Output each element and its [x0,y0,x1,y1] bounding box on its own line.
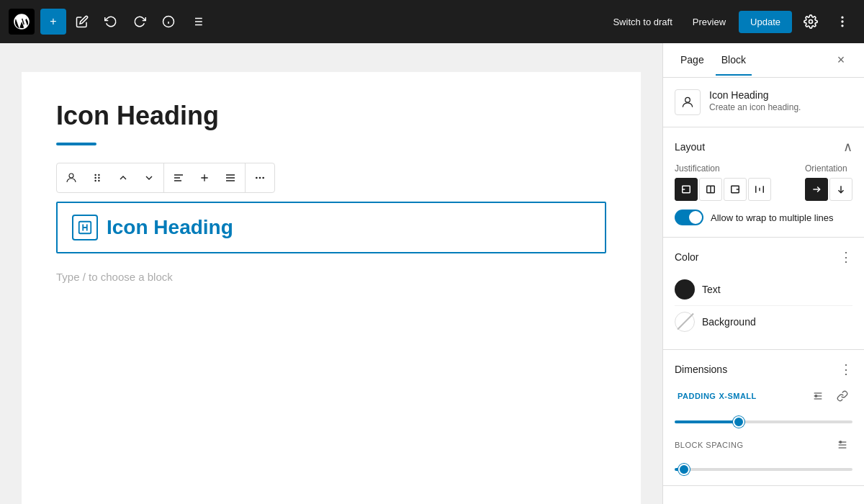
orientation-label: Orientation [805,163,852,174]
text-color-swatch [675,279,695,300]
color-text-option[interactable]: Text [675,274,852,306]
block-spacing-slider-container [675,461,852,474]
svg-point-16 [94,180,96,181]
orientation-group: Orientation [805,163,852,201]
switch-draft-button[interactable]: Switch to draft [606,12,679,32]
toggle-knob [689,211,702,224]
toolbar-add-button[interactable] [192,165,217,191]
padding-controls [808,386,852,406]
icon-heading-block[interactable]: Icon Heading [56,202,606,253]
justification-group: Justification [675,163,771,201]
block-info-title: Icon Heading [709,89,801,101]
block-spacing-slider[interactable] [675,468,852,471]
page-title: Icon Heading [56,101,606,131]
padding-label: PADDINGX-SMALL [675,392,757,400]
justify-space-between-button[interactable] [748,178,771,201]
dimensions-header: Dimensions ⋮ [675,361,852,377]
toolbar-group-block [57,163,164,192]
svg-point-50 [840,441,842,444]
layout-section-header[interactable]: Layout ∧ [675,139,852,155]
placeholder-text[interactable]: Type / to choose a block [56,271,606,283]
svg-point-28 [256,177,258,179]
layout-section-title: Layout [675,141,705,153]
dimensions-title: Dimensions [675,364,727,375]
add-block-button[interactable]: + [40,9,66,35]
block-toolbar [56,163,275,193]
layout-section: Layout ∧ Justification [663,127,864,238]
redo-button[interactable] [127,9,153,35]
more-options-button[interactable] [829,9,855,35]
preview-button[interactable]: Preview [685,12,733,32]
orientation-horizontal-button[interactable] [805,178,828,201]
toolbar-drag-button[interactable] [84,165,110,191]
info-button[interactable] [156,9,181,35]
block-info-icon [675,89,701,115]
toolbar-justify-button[interactable] [217,165,243,191]
svg-point-13 [69,174,73,178]
block-info-description: Create an icon heading. [709,102,801,112]
svg-point-30 [262,177,264,179]
text-color-label: Text [702,284,721,295]
justification-buttons [675,178,771,201]
block-info-details: Icon Heading Create an icon heading. [709,89,801,112]
color-more-button[interactable]: ⋮ [840,249,852,265]
svg-point-17 [98,174,99,176]
padding-slider[interactable] [675,420,852,423]
wrap-toggle-row: Allow to wrap to multiple lines [675,210,852,225]
dimensions-more-button[interactable]: ⋮ [840,361,852,377]
wrap-toggle[interactable] [675,210,703,225]
block-spacing-adjust-button[interactable] [832,435,852,455]
block-icon [72,215,98,240]
color-background-option[interactable]: Background [675,306,852,338]
justify-center-button[interactable] [699,178,722,201]
toolbar-more-button[interactable] [247,165,273,191]
block-info: Icon Heading Create an icon heading. [663,78,864,127]
background-color-swatch [675,312,695,332]
svg-point-11 [842,21,843,22]
toolbar-block-icon-button[interactable] [58,165,84,191]
toolbar-group-align [164,163,246,192]
svg-point-15 [94,177,96,179]
tab-page[interactable]: Page [675,45,710,76]
undo-button[interactable] [98,9,124,35]
main-area: Icon Heading [0,43,864,504]
justify-right-button[interactable] [724,178,747,201]
block-heading-text: Icon Heading [107,216,233,239]
block-spacing-label: BLOCK SPACING [675,441,744,449]
right-sidebar: Page Block × Icon Heading Create an icon… [662,43,864,504]
orientation-vertical-button[interactable] [829,178,852,201]
dimensions-section: Dimensions ⋮ PADDINGX-SMALL [663,350,864,486]
toolbar-move-down-button[interactable] [136,165,162,191]
padding-slider-container [675,413,852,426]
toolbar-align-left-button[interactable] [166,165,192,191]
tab-block[interactable]: Block [716,45,752,76]
layout-toggle-icon: ∧ [843,139,852,155]
toolbar-move-up-button[interactable] [110,165,136,191]
topbar-tools: + [40,9,606,35]
list-view-button[interactable] [184,9,210,35]
topbar-right: Switch to draft Preview Update [606,9,855,35]
padding-adjust-button[interactable] [808,386,828,406]
padding-link-button[interactable] [832,386,852,406]
settings-button[interactable] [798,9,824,35]
orientation-buttons [805,178,852,201]
justification-label: Justification [675,163,771,174]
color-section-header: Color ⋮ [675,249,852,265]
svg-point-18 [98,177,99,179]
padding-row: PADDINGX-SMALL [675,386,852,406]
pencil-button[interactable] [69,9,95,35]
background-color-label: Background [702,316,756,328]
wp-logo[interactable] [9,9,35,35]
sidebar-tabs: Page Block × [663,43,864,78]
svg-point-46 [815,395,817,397]
update-button[interactable]: Update [739,11,792,33]
editor-area: Icon Heading [0,43,662,504]
toolbar-group-more [246,163,274,192]
blue-underline-decoration [56,143,96,145]
svg-point-9 [809,20,813,24]
layout-controls-row: Justification [675,163,852,201]
svg-point-31 [685,97,690,102]
svg-point-29 [259,177,261,179]
justify-left-button[interactable] [675,178,698,201]
close-sidebar-button[interactable]: × [829,49,852,72]
